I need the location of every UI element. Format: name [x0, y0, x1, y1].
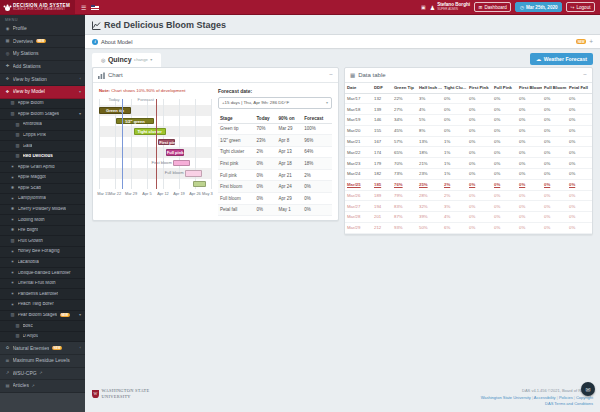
sidebar-item-apple-maggot[interactable]: ✶Apple Maggot [0, 173, 85, 184]
brand[interactable]: Decision Aid System Science for Crop Man… [0, 0, 75, 14]
axis-tick: Apr 5 [142, 191, 151, 196]
sidebar-item-fire-blight[interactable]: ✱Fire Blight [0, 226, 85, 237]
stage-cell: 23% [254, 135, 276, 147]
sidebar-item-view-by-station[interactable]: ❖View by Station‹ [0, 74, 85, 87]
contact-fab-button[interactable]: ✉ [581, 382, 595, 396]
data-cell: 0% [517, 201, 542, 212]
data-cell: 0% [492, 147, 517, 158]
data-col-header: Full Pink [492, 83, 517, 94]
stage-cell: 1/2" green [218, 135, 254, 147]
stage-col-header: Forecast [302, 114, 332, 124]
logout-icon: ↪ [571, 5, 575, 10]
station-name: Quincy [108, 56, 132, 63]
stage-cell: Full pink [218, 169, 254, 181]
sidebar-item-codling-moth[interactable]: ✶Codling Moth [0, 215, 85, 226]
sidebar-item-honey-bee-foraging[interactable]: ✶Honey Bee Foraging [0, 247, 85, 258]
weather-forecast-button[interactable]: ☁ Weather Forecast [530, 53, 593, 65]
pest-icon: ✶ [10, 176, 15, 180]
sidebar-item-apple-bloom-stages[interactable]: ▥Apple Bloom Stages▾ [0, 109, 85, 120]
dashboard-button[interactable]: ⊞ Dashboard [474, 2, 511, 12]
bar-label-full-pink: Full pink [167, 150, 183, 156]
apps-icon[interactable]: ▣ [421, 4, 426, 10]
sidebar-item-wsu-cpg[interactable]: ↗WSU-CPG↗ [0, 368, 85, 381]
hamburger-icon[interactable]: ☰ [81, 4, 86, 11]
data-cell: Mar/25 [345, 179, 372, 190]
user-menu[interactable]: ♟ Stefano Borghi SUPER ADMIN [430, 2, 470, 11]
sidebar-item-gala[interactable]: ▥Gala [0, 141, 85, 152]
expand-plus-icon[interactable]: + [589, 38, 593, 45]
bar-label-green-tip: Green tip [100, 108, 130, 114]
stage-cell: Apr 13 [276, 146, 302, 158]
footer-link-accessibility[interactable]: Accessibility [534, 395, 556, 400]
axis-tick: May 3 [202, 191, 213, 196]
sidebar-item-overview[interactable]: ▦OverviewNEW [0, 36, 85, 49]
dashboard-label: Dashboard [484, 5, 506, 10]
station-icon: ◎ [5, 52, 10, 56]
wsu-logo-text: Washington State University [102, 388, 150, 398]
date-button[interactable]: ◷ Mar 25th, 2020 [515, 2, 562, 12]
us-flag-icon[interactable] [91, 5, 99, 10]
data-cell: 0% [467, 125, 492, 136]
chart-collapse-icon[interactable]: − [329, 72, 333, 79]
data-cell: 0% [467, 190, 492, 201]
logout-button[interactable]: ↪ Logout [566, 2, 595, 12]
footer-link-policies[interactable]: Policies [559, 395, 573, 400]
data-cell: 8% [417, 125, 442, 136]
data-cell: 0% [467, 115, 492, 126]
pest-icon: ✶ [10, 165, 15, 169]
sidebar-item-peach-twig-borer[interactable]: ✶Peach Twig Borer [0, 300, 85, 311]
data-row-mar-20: Mar/2015545%8%0%0%0%0%0%0% [345, 125, 592, 136]
pest-icon: ✶ [10, 271, 15, 275]
data-row-mar-18: Mar/1813927%4%0%0%0%0%0%0% [345, 104, 592, 115]
sidebar-item-campylomma[interactable]: ✶Campylomma [0, 194, 85, 205]
data-cell: 0% [567, 104, 592, 115]
logout-label: Logout [576, 5, 590, 10]
sidebar-item-pandemis-leafroller[interactable]: ✶Pandemis Leafroller [0, 289, 85, 300]
natural-icon: ✿ [5, 346, 10, 350]
data-row-mar-24: Mar/2418273%23%1%0%0%0%0%0% [345, 168, 592, 179]
sidebar-item-apple-bloom[interactable]: ▥Apple Bloom [0, 99, 85, 110]
sidebar-item-label: Bosc [23, 324, 33, 329]
footer-link-washington-state-university[interactable]: Washington State University [481, 395, 531, 400]
sidebar-item-apple-scab[interactable]: ✱Apple Scab [0, 184, 85, 195]
about-model-accordion[interactable]: i About Model NEW + [85, 35, 600, 48]
sidebar-item-my-stations[interactable]: ◎My Stations [0, 48, 85, 61]
sidebar-item-d-anjou[interactable]: ▥D'Anjou [0, 332, 85, 343]
sidebar-item-ambrosia[interactable]: ▥Ambrosia [0, 120, 85, 131]
sidebar-item-cripps-pink[interactable]: ▥Cripps Pink [0, 131, 85, 142]
sidebar-item-fruit-growth[interactable]: ▥Fruit Growth [0, 236, 85, 247]
sidebar-item-profile[interactable]: ◉Profile [0, 23, 85, 36]
sidebar-item-natural-enemies[interactable]: ✿Natural EnemiesNEW‹ [0, 342, 85, 355]
sidebar-item-bosc[interactable]: ▥Bosc [0, 321, 85, 332]
stage-bar-1-2-green: 1/2" green [116, 118, 154, 125]
sidebar-item-maximum-residue-levels[interactable]: ☰Maximum Residue Levels [0, 355, 85, 368]
stage-row-1-2-green: 1/2" green23%Apr 896% [218, 135, 332, 147]
stage-cell: Apr 18 [276, 158, 302, 170]
sidebar-item-add-stations[interactable]: ✚Add Stations [0, 61, 85, 74]
stage-bar-tight-cluster: Tight cluster [134, 128, 166, 135]
station-change-link[interactable]: change [134, 57, 148, 62]
data-cell: 4% [442, 212, 467, 223]
sidebar-item-articles[interactable]: ▤Articles↗ [0, 380, 85, 393]
sidebar-item-label: Cherry Powdery Mildew [18, 207, 67, 212]
sidebar-item-label: Apple Bloom Stages [18, 112, 60, 117]
footer-terms-link[interactable]: DAS Terms and Conditions [545, 401, 593, 406]
data-cell: 0% [567, 168, 592, 179]
sidebar-item-oriental-fruit-moth[interactable]: ✶Oriental Fruit Moth [0, 279, 85, 290]
axis-tick: Apr 12 [157, 191, 168, 196]
data-cell: 21% [417, 158, 442, 169]
sidebar-item-apple-grain-aphid[interactable]: ✶Apple Grain Aphid [0, 162, 85, 173]
data-collapse-icon[interactable]: − [583, 72, 587, 79]
sidebar-item-red-delicious[interactable]: ▥Red Delicious [0, 152, 85, 163]
sidebar-item-oblique-banded-leafroller[interactable]: ✶Oblique-banded Leafroller [0, 268, 85, 279]
data-cell: 0% [467, 136, 492, 147]
gantt-row-petal-fall [99, 179, 211, 190]
stage-cell: 0% [254, 181, 276, 193]
sidebar-item-lacanobia[interactable]: ✶Lacanobia [0, 258, 85, 269]
sidebar-item-cherry-powdery-mildew[interactable]: ✱Cherry Powdery Mildew [0, 205, 85, 216]
station-tab[interactable]: ◎ Quincy change ▾ [92, 53, 161, 67]
stage-col-header: 90% on [276, 114, 302, 124]
sidebar-item-view-by-model[interactable]: ❖View by Model▾ [0, 86, 85, 99]
sidebar-item-pear-bloom-stages[interactable]: ▥Pear Bloom StagesNEW▾ [0, 311, 85, 322]
forecast-date-select[interactable]: +15 days | Thu, Apr 9th: 286 DD°F ▾ [218, 97, 332, 109]
